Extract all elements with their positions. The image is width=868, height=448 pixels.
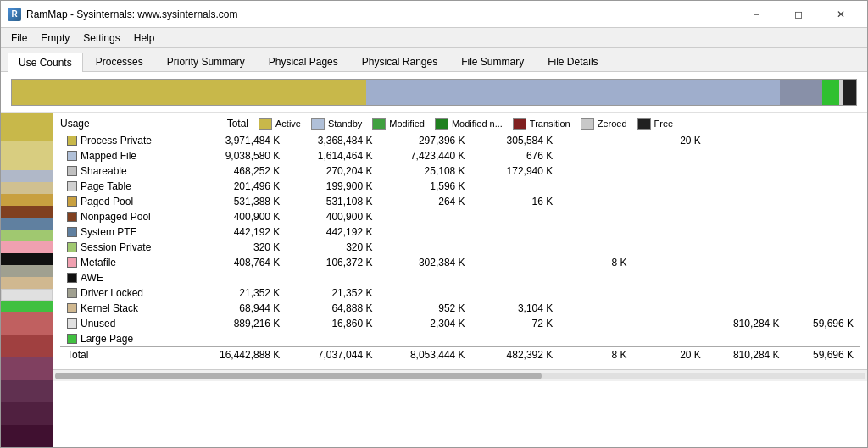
tab-processes[interactable]: Processes [85,52,154,71]
bar-modified [822,80,839,105]
row-modified-n-8: 8 K [559,255,633,270]
menu-file[interactable]: File [4,30,34,46]
palette-r5 [1,402,53,425]
tab-physical-ranges[interactable]: Physical Ranges [351,52,448,71]
row-label-4: Paged Pool [60,194,190,209]
tab-file-summary[interactable]: File Summary [450,52,535,71]
table-row[interactable]: Large Page [60,331,860,347]
row-color-4 [67,196,77,207]
row-zeroed-2 [708,163,787,179]
table-row[interactable]: Paged Pool 531,388 K 531,108 K 264 K 16 … [60,194,860,209]
table-row[interactable]: System PTE 442,192 K 442,192 K [60,224,860,240]
row-free-3 [787,179,860,194]
palette-r6 [1,425,53,448]
legend-row: Usage Total Active Standby Modified [53,113,867,133]
row-label-8: Metafile [60,255,190,270]
row-free-2 [787,163,860,179]
row-label-2: Shareable [60,163,190,179]
row-standby-10 [379,285,471,301]
row-total-12: 889,216 K [190,316,287,331]
row-active-6: 442,192 K [287,224,379,240]
active-color-box [259,118,272,130]
scrollbar-track[interactable] [55,373,865,379]
table-row[interactable]: Page Table 201,496 K 199,900 K 1,596 K [60,179,860,194]
row-standby-6 [379,224,471,240]
close-button[interactable]: ✕ [821,1,860,28]
palette-session [1,230,53,241]
table-row[interactable]: Nonpaged Pool 400,900 K 400,900 K [60,209,860,224]
row-transition-12 [634,316,708,331]
scrollbar-thumb[interactable] [55,373,542,379]
row-transition-11 [634,301,708,316]
row-usage-2: Shareable [81,165,127,177]
row-free-10 [787,285,860,301]
row-standby-3: 1,596 K [379,179,471,194]
table-row[interactable]: Session Private 320 K 320 K [60,240,860,255]
data-table: Process Private 3,971,484 K 3,368,484 K … [60,133,860,362]
row-zeroed-10 [708,285,787,301]
totals-standby: 8,053,444 K [379,347,471,363]
row-usage-5: Nonpaged Pool [81,211,151,223]
row-modified-n-0 [559,133,633,148]
row-standby-0: 297,396 K [379,133,471,148]
side-palette [1,113,53,447]
tab-physical-pages[interactable]: Physical Pages [258,52,349,71]
legend-active-label: Active [275,119,301,129]
row-total-0: 3,971,484 K [190,133,287,148]
main-layout: Usage Total Active Standby Modified [1,113,867,447]
bar-standby [366,80,780,105]
row-zeroed-7 [708,240,787,255]
row-active-7: 320 K [287,240,379,255]
table-row[interactable]: AWE [60,270,860,285]
row-usage-7: Session Private [81,241,151,253]
table-area: Usage Total Active Standby Modified [53,113,867,447]
row-active-13 [287,331,379,347]
table-row[interactable]: Driver Locked 21,352 K 21,352 K [60,285,860,301]
row-standby-8: 302,384 K [379,255,471,270]
row-transition-4 [634,194,708,209]
row-modified-n-7 [559,240,633,255]
row-color-12 [67,318,77,329]
row-transition-3 [634,179,708,194]
bar-transition [780,80,822,105]
title-bar-left: R RamMap - Sysinternals: www.sysinternal… [8,8,237,21]
tab-use-counts[interactable]: Use Counts [8,53,83,72]
row-zeroed-6 [708,224,787,240]
row-standby-5 [379,209,471,224]
horizontal-scrollbar[interactable] [53,369,867,381]
row-standby-7 [379,240,471,255]
row-label-13: Large Page [60,331,190,347]
tab-file-details[interactable]: File Details [537,52,609,71]
row-usage-10: Driver Locked [81,287,143,299]
row-label-12: Unused [60,316,190,331]
row-usage-11: Kernel Stack [81,302,138,314]
row-modified-n-5 [559,209,633,224]
row-free-6 [787,224,860,240]
row-usage-1: Mapped File [81,150,136,162]
palette-awe [1,253,53,265]
title-bar: R RamMap - Sysinternals: www.sysinternal… [1,1,867,28]
row-active-10: 21,352 K [287,285,379,301]
palette-unused [1,289,53,301]
table-row[interactable]: Process Private 3,971,484 K 3,368,484 K … [60,133,860,148]
table-row[interactable]: Mapped File 9,038,580 K 1,614,464 K 7,42… [60,148,860,163]
menu-help[interactable]: Help [127,30,162,46]
row-color-3 [67,181,77,191]
row-color-7 [67,242,77,252]
tab-priority-summary[interactable]: Priority Summary [156,52,256,71]
menu-settings[interactable]: Settings [76,30,126,46]
table-row[interactable]: Kernel Stack 68,944 K 64,888 K 952 K 3,1… [60,301,860,316]
row-modified-5 [472,209,560,224]
table-row[interactable]: Metafile 408,764 K 106,372 K 302,384 K 8… [60,255,860,270]
main-window: R RamMap - Sysinternals: www.sysinternal… [0,0,868,448]
minimize-button[interactable]: − [737,1,776,28]
restore-button[interactable]: ◻ [779,1,818,28]
table-row[interactable]: Unused 889,216 K 16,860 K 2,304 K 72 K 8… [60,316,860,331]
row-free-13 [787,331,860,347]
row-free-12: 59,696 K [787,316,860,331]
row-modified-n-2 [559,163,633,179]
row-total-1: 9,038,580 K [190,148,287,163]
table-row[interactable]: Shareable 468,252 K 270,204 K 25,108 K 1… [60,163,860,179]
row-zeroed-0 [708,133,787,148]
menu-empty[interactable]: Empty [34,30,76,46]
